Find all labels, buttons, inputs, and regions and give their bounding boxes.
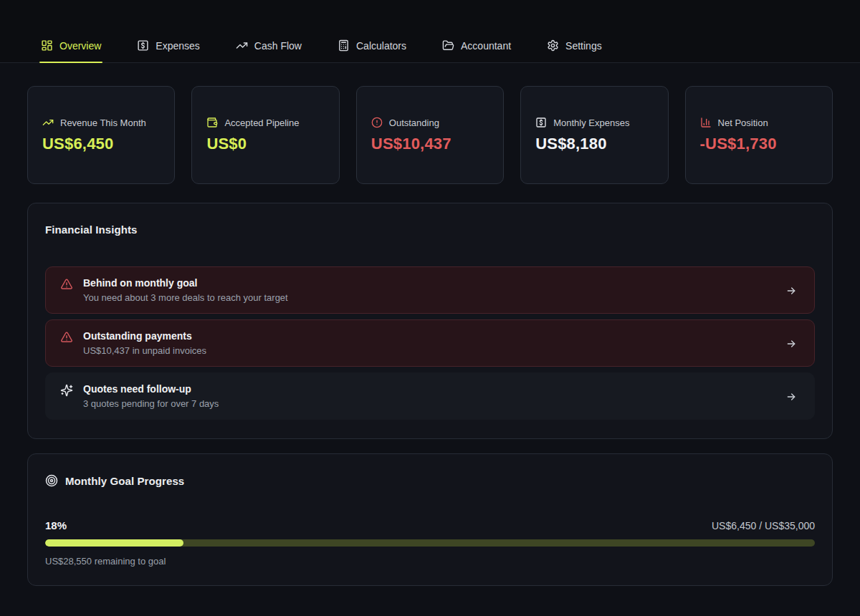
bar-chart-icon bbox=[700, 117, 712, 128]
top-nav: Overview Expenses Cash Flow Calculators … bbox=[0, 0, 860, 63]
trending-up-icon bbox=[42, 117, 54, 128]
insight-subtitle: You need about 3 more deals to reach you… bbox=[83, 292, 785, 303]
stat-label: Outstanding bbox=[389, 117, 439, 128]
stat-value: US$0 bbox=[206, 135, 324, 153]
dollar-square-icon bbox=[535, 117, 547, 128]
insights-title: Financial Insights bbox=[45, 223, 815, 236]
insight-title: Behind on monthly goal bbox=[83, 277, 785, 289]
dashboard-grid-icon bbox=[41, 39, 53, 52]
stat-label: Accepted Pipeline bbox=[224, 117, 299, 128]
tab-label: Settings bbox=[565, 40, 602, 52]
nav-tabs: Overview Expenses Cash Flow Calculators … bbox=[0, 29, 860, 62]
stat-label: Net Position bbox=[718, 117, 768, 128]
warning-triangle-icon bbox=[60, 331, 73, 344]
insight-behind-goal[interactable]: Behind on monthly goal You need about 3 … bbox=[45, 266, 815, 314]
insight-subtitle: 3 quotes pending for over 7 days bbox=[83, 398, 785, 409]
tab-accountant[interactable]: Accountant bbox=[441, 29, 512, 62]
target-icon bbox=[45, 474, 58, 487]
tab-cash-flow[interactable]: Cash Flow bbox=[234, 29, 303, 62]
goal-fraction: US$6,450 / US$35,000 bbox=[712, 520, 815, 531]
goal-percent: 18% bbox=[45, 519, 67, 531]
insight-outstanding-payments[interactable]: Outstanding payments US$10,437 in unpaid… bbox=[45, 319, 815, 367]
insight-title: Outstanding payments bbox=[83, 330, 785, 342]
trending-up-icon bbox=[236, 39, 248, 52]
arrow-right-icon[interactable] bbox=[785, 285, 797, 297]
tab-label: Accountant bbox=[461, 40, 511, 52]
tab-calculators[interactable]: Calculators bbox=[336, 29, 408, 62]
dashboard-content: Revenue This Month US$6,450 Accepted Pip… bbox=[0, 63, 860, 615]
alert-circle-icon bbox=[371, 117, 383, 128]
stat-card-revenue: Revenue This Month US$6,450 bbox=[27, 86, 175, 184]
stat-label: Monthly Expenses bbox=[553, 117, 629, 128]
stat-card-outstanding: Outstanding US$10,437 bbox=[356, 86, 504, 184]
tab-label: Overview bbox=[59, 40, 101, 52]
stat-card-net-position: Net Position -US$1,730 bbox=[685, 86, 833, 184]
stat-value: -US$1,730 bbox=[700, 135, 818, 153]
insights-panel: Financial Insights Behind on monthly goa… bbox=[27, 203, 833, 439]
insight-subtitle: US$10,437 in unpaid invoices bbox=[83, 345, 785, 356]
goal-progress-bar bbox=[45, 539, 815, 547]
goal-panel: Monthly Goal Progress 18% US$6,450 / US$… bbox=[27, 453, 833, 586]
stat-label: Revenue This Month bbox=[60, 117, 146, 128]
tab-label: Cash Flow bbox=[254, 40, 302, 52]
arrow-right-icon[interactable] bbox=[785, 338, 797, 350]
dollar-square-icon bbox=[137, 39, 149, 52]
goal-remaining: US$28,550 remaining to goal bbox=[45, 556, 815, 567]
tab-expenses[interactable]: Expenses bbox=[135, 29, 201, 62]
stat-card-pipeline: Accepted Pipeline US$0 bbox=[191, 86, 339, 184]
insight-title: Quotes need follow-up bbox=[83, 383, 785, 395]
goal-title: Monthly Goal Progress bbox=[65, 475, 184, 487]
wallet-icon bbox=[206, 117, 218, 128]
warning-triangle-icon bbox=[60, 278, 73, 291]
stat-value: US$8,180 bbox=[535, 135, 653, 153]
goal-progress-fill bbox=[45, 539, 183, 547]
tab-settings[interactable]: Settings bbox=[545, 29, 603, 62]
tab-label: Expenses bbox=[156, 40, 199, 52]
arrow-right-icon[interactable] bbox=[785, 391, 797, 403]
folder-open-icon bbox=[442, 39, 454, 52]
gear-icon bbox=[547, 39, 559, 52]
tab-label: Calculators bbox=[356, 40, 406, 52]
calculator-icon bbox=[338, 39, 350, 52]
insight-quotes-followup[interactable]: Quotes need follow-up 3 quotes pending f… bbox=[45, 372, 815, 420]
tab-overview[interactable]: Overview bbox=[39, 29, 102, 62]
stat-value: US$6,450 bbox=[42, 135, 160, 153]
stat-value: US$10,437 bbox=[371, 135, 489, 153]
stat-card-expenses: Monthly Expenses US$8,180 bbox=[520, 86, 668, 184]
stats-row: Revenue This Month US$6,450 Accepted Pip… bbox=[27, 86, 833, 184]
sparkles-icon bbox=[60, 384, 73, 397]
